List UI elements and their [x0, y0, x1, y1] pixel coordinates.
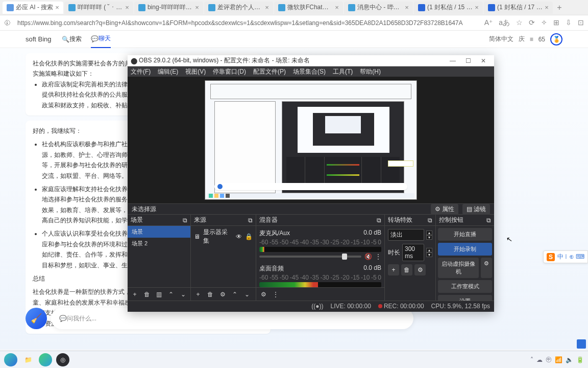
mixer-menu-button[interactable]: ⋮: [271, 289, 281, 300]
source-item[interactable]: 🖥 显示器采集 👁 🔒: [191, 226, 256, 247]
remove-source-button[interactable]: 🗑: [205, 289, 215, 300]
tray-battery-icon[interactable]: 🔋: [576, 356, 584, 363]
edge-dev-icon[interactable]: [39, 353, 52, 366]
bing-logo[interactable]: soft Bing: [26, 35, 52, 43]
tab-4[interactable]: 微软肤FChatGPT，谷歌…×: [274, 2, 343, 14]
minimize-button[interactable]: —: [445, 57, 460, 64]
obs-taskbar-icon[interactable]: ◎: [56, 353, 69, 366]
tab-7[interactable]: (1 封私信 / 17 条消息) z…×: [484, 2, 553, 14]
remove-scene-button[interactable]: 🗑: [142, 289, 152, 300]
tab-bing-ai[interactable]: 必应 AI - 搜索×: [3, 2, 63, 14]
dur-up[interactable]: ▴: [426, 248, 432, 252]
scene-filter-button[interactable]: ▥: [154, 289, 164, 300]
user-name[interactable]: 庆: [519, 35, 525, 43]
tray-volume-icon[interactable]: 🔈: [566, 356, 573, 363]
menu-view[interactable]: 视图(V): [185, 67, 206, 76]
hamburger-icon[interactable]: ≡: [530, 36, 533, 43]
add-source-button[interactable]: +: [193, 289, 203, 300]
favorite-icon[interactable]: ☆: [516, 18, 523, 28]
transition-select[interactable]: 淡出: [388, 229, 424, 241]
tray-wifi-icon[interactable]: 📶: [555, 356, 562, 363]
source-up-button[interactable]: ⌃: [230, 289, 240, 300]
remove-transition-button[interactable]: 🗑: [401, 264, 412, 275]
rewards-points[interactable]: 65: [538, 36, 545, 43]
nav-chat[interactable]: 💬 聊天: [91, 30, 111, 48]
app-icon[interactable]: ⊞: [553, 18, 559, 28]
read-aloud-icon[interactable]: A⁺: [484, 18, 493, 28]
tray-ime-icon[interactable]: ㊥: [546, 355, 552, 364]
popout-icon[interactable]: ⧉: [428, 217, 432, 224]
maximize-button[interactable]: ☐: [460, 57, 476, 64]
close-icon[interactable]: ×: [545, 4, 549, 11]
url-input[interactable]: [17, 19, 480, 27]
popout-icon[interactable]: ⧉: [183, 217, 187, 224]
collections-icon[interactable]: ✧: [541, 18, 547, 28]
scene-item-2[interactable]: 场景 2: [128, 238, 190, 249]
translate-icon[interactable]: aあ: [499, 18, 510, 28]
studio-mode-button[interactable]: 工作室模式: [438, 280, 492, 293]
explorer-icon[interactable]: 📁: [21, 353, 35, 366]
ime-toolbar[interactable]: S 中 ⁞ ⊕ ⌨: [543, 250, 588, 263]
close-icon[interactable]: ×: [335, 4, 339, 11]
site-info-icon[interactable]: 🛈: [4, 19, 13, 27]
scene-up-button[interactable]: ⌃: [166, 289, 176, 300]
tab-6[interactable]: (1 封私信 / 15 条消息) E…×: [414, 2, 483, 14]
popout-icon[interactable]: ⧉: [248, 217, 253, 224]
transition-props-button[interactable]: ⚙: [414, 264, 426, 275]
tray-chevron-icon[interactable]: ˄: [530, 356, 533, 363]
sync-icon[interactable]: ⟳: [529, 18, 535, 28]
menu-profile[interactable]: 配置文件(P): [253, 67, 286, 76]
menu-file[interactable]: 文件(F): [131, 67, 151, 76]
virtual-cam-button[interactable]: 启动虚拟摄像机: [438, 258, 479, 278]
close-icon[interactable]: ×: [125, 4, 129, 11]
add-transition-button[interactable]: +: [388, 264, 399, 275]
mixer-settings-button[interactable]: ⚙: [258, 289, 268, 300]
tab-1[interactable]: 咩咩咩咩 ( ˘ ･ ˘)つロ 干…×: [64, 2, 133, 14]
close-icon[interactable]: ×: [265, 4, 269, 11]
popout-icon[interactable]: ⧉: [377, 217, 381, 224]
edge-icon[interactable]: [4, 353, 17, 366]
scene-down-button[interactable]: ⌄: [178, 289, 188, 300]
rewards-icon[interactable]: 🏅: [550, 33, 562, 45]
start-stream-button[interactable]: 开始直播: [438, 228, 492, 241]
close-icon[interactable]: ×: [55, 4, 59, 11]
close-icon[interactable]: ×: [475, 4, 479, 11]
close-button[interactable]: ✕: [476, 57, 491, 64]
menu-scene-col[interactable]: 场景集合(S): [293, 67, 326, 76]
menu-dock[interactable]: 停靠窗口(D): [213, 67, 246, 76]
preview-canvas[interactable]: [205, 80, 417, 200]
filters-button[interactable]: ▤ 滤镜: [462, 204, 490, 215]
downloads-icon[interactable]: ⇩: [566, 18, 572, 28]
feedback-icon[interactable]: [577, 339, 586, 349]
menu-help[interactable]: 帮助(H): [360, 67, 381, 76]
mic-volume-slider[interactable]: [259, 256, 361, 258]
source-down-button[interactable]: ⌄: [242, 289, 252, 300]
menu-tools[interactable]: 工具(T): [333, 67, 353, 76]
source-props-button[interactable]: ⚙: [217, 289, 228, 300]
trans-up[interactable]: ▴: [426, 231, 432, 235]
tab-2[interactable]: bing-咩咩咩咩_Bilibili×: [134, 2, 203, 14]
system-tray[interactable]: ˄ ☁ ㊥ 📶 🔈 🔋: [530, 355, 584, 364]
visibility-icon[interactable]: 👁: [236, 233, 242, 240]
popout-icon[interactable]: ⧉: [486, 217, 491, 224]
lock-icon[interactable]: 🔒: [245, 233, 253, 240]
ime-mode[interactable]: 中 ⁞ ⊕ ⌨: [557, 252, 584, 261]
add-scene-button[interactable]: +: [130, 289, 140, 300]
mic-mute-button[interactable]: 🔇: [364, 253, 372, 260]
scene-item-1[interactable]: 场景: [128, 226, 190, 238]
broom-icon[interactable]: 🧹: [26, 308, 47, 329]
obs-preview[interactable]: [128, 77, 494, 203]
obs-titlebar[interactable]: ⬤ OBS 29.0.2 (64-bit, windows) - 配置文件: 未…: [128, 55, 494, 66]
duration-input[interactable]: 300 ms: [402, 244, 424, 261]
mic-options-button[interactable]: ⋮: [375, 253, 381, 260]
start-record-button[interactable]: 开始录制: [438, 243, 492, 256]
virtual-cam-settings-button[interactable]: ⚙: [481, 258, 492, 278]
dur-down[interactable]: ▾: [426, 252, 432, 257]
menu-edit[interactable]: 编辑(E): [158, 67, 178, 76]
extensions-icon[interactable]: ⊡: [578, 18, 584, 28]
settings-button[interactable]: 设置: [438, 295, 492, 301]
new-tab-button[interactable]: +: [553, 2, 566, 14]
trans-down[interactable]: ▾: [426, 235, 432, 240]
tab-5[interactable]: 消息中心 - 哔哩哔哩弹…×: [344, 2, 413, 14]
close-icon[interactable]: ×: [195, 4, 199, 11]
